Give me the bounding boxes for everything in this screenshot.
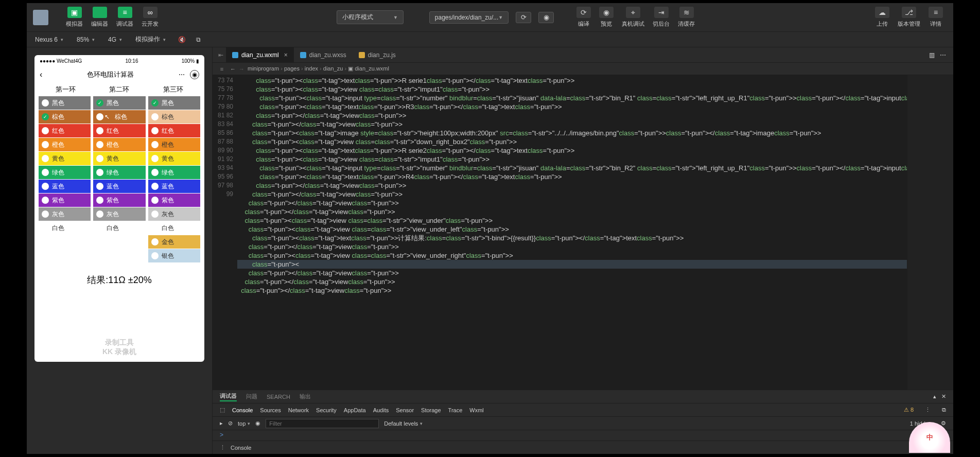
color-棕色[interactable]: ↖棕色	[93, 110, 145, 124]
split-icon[interactable]: ▥	[929, 51, 935, 59]
toolbar-版本管理[interactable]: ⎇版本管理	[894, 6, 924, 29]
play-icon[interactable]: ▸	[220, 420, 223, 427]
color-蓝色[interactable]: 蓝色	[39, 180, 91, 193]
toolbar-模拟器[interactable]: ▣模拟器	[62, 6, 87, 29]
color-绿色[interactable]: 绿色	[93, 166, 145, 179]
devtab-appdata[interactable]: AppData	[344, 407, 366, 413]
devtab-audits[interactable]: Audits	[373, 407, 389, 413]
devtab-trace[interactable]: Trace	[448, 407, 463, 413]
levels-select[interactable]: Default levels ▾	[384, 420, 423, 427]
color-黄色[interactable]: 黄色	[148, 152, 200, 165]
color-橙色[interactable]: 橙色	[93, 138, 145, 151]
eye-icon[interactable]: ◉	[538, 12, 554, 23]
inspect-icon[interactable]: ⬚	[220, 407, 225, 413]
devtab-storage[interactable]: Storage	[421, 407, 441, 413]
mute-icon[interactable]: 🔇	[178, 36, 186, 43]
tab-ring1[interactable]: 第一环	[56, 85, 76, 94]
target-icon[interactable]: ◉	[190, 70, 199, 79]
filter-input[interactable]	[266, 419, 379, 428]
toolbar-切后台[interactable]: ⇥切后台	[649, 6, 674, 29]
crumb-index[interactable]: index	[305, 65, 318, 72]
mode-select[interactable]: 小程序模式▼	[337, 10, 404, 24]
menu-icon[interactable]: ⋯	[179, 71, 185, 78]
color-蓝色[interactable]: 蓝色	[148, 180, 200, 193]
toolbar-编辑器[interactable]: 编辑器	[87, 6, 112, 29]
mock-select[interactable]: 模拟操作▾	[131, 34, 170, 45]
tab-ring2[interactable]: 第二环	[109, 85, 129, 94]
file-tab-dian_zu.wxss[interactable]: dian_zu.wxss	[294, 47, 353, 63]
color-黑色[interactable]: ✓黑色	[93, 96, 145, 110]
color-橙色[interactable]: 橙色	[39, 138, 91, 151]
toolbar-上传[interactable]: ☁上传	[871, 6, 894, 29]
tab-search[interactable]: SEARCH	[267, 394, 290, 400]
color-黄色[interactable]: 黄色	[39, 152, 91, 165]
devtab-network[interactable]: Network	[288, 407, 309, 413]
color-黑色[interactable]: 黑色	[39, 96, 91, 110]
console-prompt[interactable]: >	[213, 430, 953, 441]
popout-icon[interactable]: ⧉	[196, 36, 201, 43]
color-白色[interactable]: 白色	[93, 221, 145, 235]
crumb-dian_zu[interactable]: dian_zu	[323, 65, 343, 72]
kebab-icon[interactable]: ⋮	[925, 407, 931, 413]
network-select[interactable]: 4G▾	[104, 35, 126, 44]
color-灰色[interactable]: 灰色	[148, 207, 200, 221]
devtab-security[interactable]: Security	[316, 407, 337, 413]
color-蓝色[interactable]: 蓝色	[93, 180, 145, 193]
devtab-sources[interactable]: Sources	[260, 407, 281, 413]
clear-icon[interactable]: ⊘	[228, 420, 233, 427]
context-select[interactable]: top ▾	[238, 420, 250, 427]
toolbar-调试器[interactable]: ≡调试器	[112, 6, 137, 29]
tab-output[interactable]: 输出	[300, 393, 311, 400]
toolbar-清缓存[interactable]: ≋清缓存	[674, 6, 699, 29]
toolbar-真机调试[interactable]: ⌖真机调试	[618, 6, 649, 29]
warnings-badge[interactable]: ⚠ 8	[904, 407, 914, 413]
color-金色[interactable]: 金色	[148, 235, 200, 249]
back-icon[interactable]: ‹	[40, 70, 42, 79]
toolbar-编译[interactable]: ⟳编译	[572, 6, 595, 29]
code-editor[interactable]: 73 74 75 76 77 78 79 80 81 82 83 84 85 8…	[213, 75, 953, 390]
color-黑色[interactable]: ✓黑色	[148, 96, 200, 110]
chevron-up-icon[interactable]: ▴	[933, 393, 936, 400]
toolbar-预览[interactable]: ◉预览	[595, 6, 618, 29]
color-银色[interactable]: 银色	[148, 249, 200, 262]
crumb-miniprogram[interactable]: miniprogram	[248, 65, 279, 72]
kebab-icon[interactable]: ⋮	[220, 444, 225, 451]
color-橙色[interactable]: 橙色	[148, 138, 200, 151]
toggle-sidebar-icon[interactable]: ⇤	[216, 51, 226, 59]
eye-icon[interactable]: ◉	[255, 420, 260, 427]
refresh-icon[interactable]: ⟳	[516, 12, 531, 23]
color-黄色[interactable]: 黄色	[93, 152, 145, 165]
color-灰色[interactable]: 灰色	[93, 207, 145, 221]
tab-problems[interactable]: 问题	[246, 393, 257, 400]
color-绿色[interactable]: 绿色	[148, 166, 200, 179]
color-红色[interactable]: 红色	[93, 124, 145, 137]
devtab-wxml[interactable]: Wxml	[469, 407, 484, 413]
color-紫色[interactable]: 紫色	[93, 194, 145, 207]
file-tab-dian_zu.js[interactable]: dian_zu.js	[353, 47, 402, 63]
fwd-nav-icon[interactable]: →	[239, 66, 244, 72]
devtab-console[interactable]: Console	[232, 407, 253, 413]
more-icon[interactable]: ⋯	[940, 51, 946, 59]
minimap[interactable]	[907, 75, 953, 390]
device-select[interactable]: Nexus 6▾	[31, 35, 67, 44]
list-icon[interactable]: ≡	[217, 66, 227, 72]
back-nav-icon[interactable]: ←	[230, 66, 236, 72]
toolbar-详情[interactable]: ≡详情	[924, 6, 947, 29]
close-icon[interactable]: ✕	[941, 393, 946, 400]
color-红色[interactable]: 红色	[148, 124, 200, 137]
file-tab-dian_zu.wxml[interactable]: dian_zu.wxml×	[226, 47, 294, 63]
color-紫色[interactable]: 紫色	[148, 194, 200, 207]
devtab-sensor[interactable]: Sensor	[396, 407, 414, 413]
zoom-select[interactable]: 85%▾	[73, 35, 99, 44]
color-白色[interactable]: 白色	[148, 221, 200, 235]
color-紫色[interactable]: 紫色	[39, 194, 91, 207]
color-白色[interactable]: 白色	[39, 221, 91, 235]
color-红色[interactable]: 红色	[39, 124, 91, 137]
path-select[interactable]: pages/index/dian_zu/...▼	[429, 11, 509, 24]
color-绿色[interactable]: 绿色	[39, 166, 91, 179]
tab-debugger[interactable]: 调试器	[220, 392, 237, 401]
color-棕色[interactable]: ✓棕色	[39, 110, 91, 124]
drawer-console-tab[interactable]: Console	[231, 445, 251, 451]
tab-ring3[interactable]: 第三环	[163, 85, 183, 94]
color-灰色[interactable]: 灰色	[39, 207, 91, 221]
